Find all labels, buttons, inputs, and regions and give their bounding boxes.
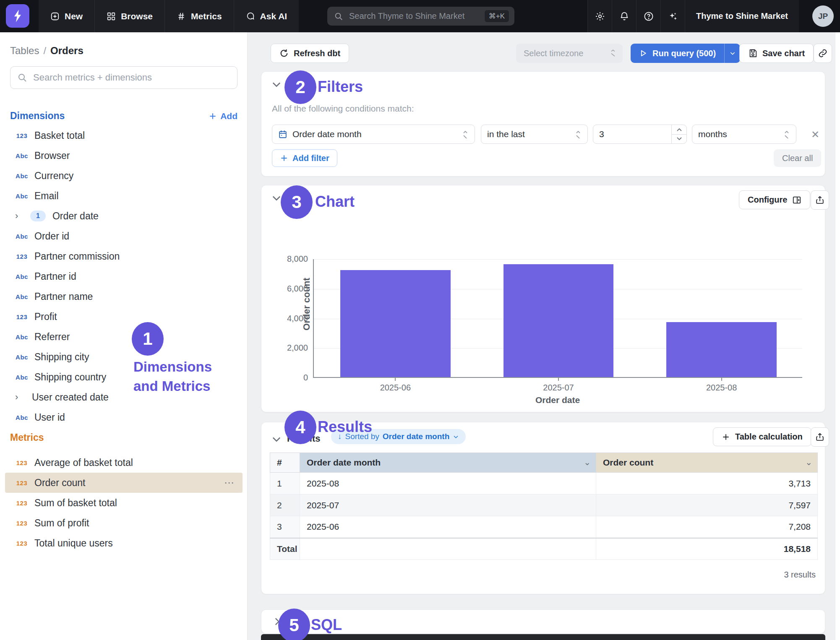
table-cell[interactable]: 3 <box>270 516 300 538</box>
dimension-item-partner-commission[interactable]: 123Partner commission <box>0 246 248 266</box>
refresh-dbt-button[interactable]: Refresh dbt <box>271 44 349 63</box>
results-card: Results ↓ Sorted by Order date month Tab… <box>261 422 825 594</box>
table-cell[interactable]: 2 <box>270 494 300 516</box>
expand-chevron-icon[interactable]: › <box>15 211 25 221</box>
remove-filter-button[interactable]: ✕ <box>811 129 819 140</box>
metric-item-average-of-basket-total[interactable]: 123Average of basket total <box>0 453 248 473</box>
number-type-icon: 123 <box>13 459 30 466</box>
nav-ask-ai-button[interactable]: Ask AI <box>234 0 299 32</box>
global-search-input[interactable]: Search Thyme to Shine Market ⌘+K <box>327 7 514 26</box>
metric-item-sum-of-profit[interactable]: 123Sum of profit <box>0 513 248 533</box>
nav-metrics-button[interactable]: Metrics <box>164 0 234 32</box>
bell-icon <box>619 11 629 21</box>
configure-button[interactable]: Configure <box>739 190 810 209</box>
sparkles-button[interactable] <box>660 0 685 32</box>
refresh-icon <box>279 49 289 58</box>
org-switcher[interactable]: Thyme to Shine Market <box>685 0 799 32</box>
table-row[interactable]: 22025-077,597 <box>270 494 818 516</box>
dimension-item-referrer[interactable]: AbcReferrer <box>0 327 248 347</box>
field-label: Total unique users <box>34 538 113 549</box>
table-cell[interactable]: 7,597 <box>596 494 818 516</box>
bar-2025-07[interactable] <box>503 264 613 377</box>
table-cell[interactable]: 1 <box>270 473 300 494</box>
nav-browse-button[interactable]: Browse <box>94 0 164 32</box>
sorted-by-field: Order date month <box>383 432 449 441</box>
table-cell[interactable]: 2025-08 <box>300 473 596 494</box>
string-type-icon: Abc <box>13 273 30 280</box>
share-link-button[interactable] <box>814 44 832 63</box>
dimension-item-user-id[interactable]: AbcUser id <box>0 407 248 427</box>
app-logo[interactable] <box>6 4 29 28</box>
timezone-select[interactable]: Select timezone <box>516 44 623 63</box>
play-icon <box>639 49 647 57</box>
add-filter-button[interactable]: Add filter <box>272 149 337 167</box>
search-icon <box>334 12 343 21</box>
expand-chevron-icon[interactable]: › <box>15 392 25 403</box>
table-cell[interactable]: 7,208 <box>596 516 818 538</box>
metric-column-header[interactable]: Order count⌄ <box>596 453 818 473</box>
save-chart-button[interactable]: Save chart <box>739 44 814 63</box>
bar-2025-08[interactable] <box>666 322 776 377</box>
dimension-item-order-id[interactable]: AbcOrder id <box>0 226 248 246</box>
dimension-item-profit[interactable]: 123Profit <box>0 307 248 327</box>
dimension-item-email[interactable]: AbcEmail <box>0 186 248 206</box>
add-dimension-button[interactable]: Add <box>209 111 237 121</box>
table-calculation-button[interactable]: Table calculation <box>713 427 811 446</box>
dimension-column-header[interactable]: Order date month⌄ <box>300 453 596 473</box>
timezone-placeholder: Select timezone <box>524 49 583 58</box>
run-query-button[interactable]: Run query (500) <box>631 44 740 63</box>
dimension-item-partner-name[interactable]: AbcPartner name <box>0 286 248 307</box>
stepper-down-icon[interactable] <box>672 135 686 144</box>
x-axis-tick-label: 2025-06 <box>353 383 437 393</box>
filter-operator-select[interactable]: in the last <box>481 125 588 144</box>
fields-search-input[interactable]: Search metrics + dimensions <box>10 66 237 89</box>
dimension-item-order-date[interactable]: ›1Order date <box>0 206 248 226</box>
run-query-dropdown[interactable] <box>724 44 740 63</box>
export-chart-button[interactable] <box>811 190 829 210</box>
metric-item-order-count[interactable]: 123Order count⋯ <box>5 473 243 493</box>
scrollbar-track[interactable] <box>835 32 840 640</box>
metric-item-sum-of-basket-total[interactable]: 123Sum of basket total <box>0 493 248 513</box>
settings-button[interactable] <box>587 0 612 32</box>
nav-new-label: New <box>65 11 83 21</box>
bar-chart-plot: 02,0004,0006,0008,0002025-062025-072025-… <box>313 259 802 378</box>
notifications-button[interactable] <box>612 0 636 32</box>
total-label-cell: Total <box>270 538 300 560</box>
table-cell[interactable]: 2025-07 <box>300 494 596 516</box>
chart-card: Configure Order count 02,0004,0006,0008,… <box>261 185 825 412</box>
breadcrumb-tables-link[interactable]: Tables <box>10 45 39 56</box>
table-row[interactable]: 12025-083,713 <box>270 473 818 494</box>
dimension-item-basket-total[interactable]: 123Basket total <box>0 125 248 146</box>
clear-all-button[interactable]: Clear all <box>774 149 821 167</box>
string-type-icon: Abc <box>13 333 30 341</box>
filter-operator-value: in the last <box>487 129 525 139</box>
filter-field-select[interactable]: Order date month <box>272 125 475 144</box>
app-window: New Browse Metrics Ask AI Search Thyme t… <box>0 0 840 640</box>
table-cell[interactable]: 3,713 <box>596 473 818 494</box>
export-results-button[interactable] <box>811 427 829 447</box>
dimension-item-partner-id[interactable]: AbcPartner id <box>0 266 248 286</box>
table-cell[interactable]: 2025-06 <box>300 516 596 538</box>
annotation-circle-3: 3 <box>281 185 313 219</box>
save-icon <box>748 49 757 58</box>
dimensions-header: Dimensions Add <box>10 110 237 122</box>
filters-collapse-chevron[interactable] <box>271 78 282 90</box>
field-options-icon[interactable]: ⋯ <box>224 477 241 489</box>
filter-unit-select[interactable]: months <box>692 125 796 144</box>
results-collapse-chevron[interactable] <box>271 433 282 445</box>
total-dim-cell <box>300 538 596 560</box>
filter-value-input[interactable]: 3 <box>593 125 687 144</box>
bar-2025-06[interactable] <box>340 270 450 377</box>
number-type-icon: 123 <box>13 253 30 260</box>
nav-new-button[interactable]: New <box>39 0 94 32</box>
dimension-item-currency[interactable]: AbcCurrency <box>0 166 248 186</box>
table-row[interactable]: 32025-067,208 <box>270 516 818 538</box>
metric-item-total-unique-users[interactable]: 123Total unique users <box>0 533 248 553</box>
stepper-up-icon[interactable] <box>672 125 686 135</box>
value-stepper[interactable] <box>671 125 686 143</box>
user-avatar[interactable]: JP <box>812 5 834 27</box>
help-button[interactable] <box>636 0 660 32</box>
dimension-item-browser[interactable]: AbcBrowser <box>0 146 248 166</box>
share-icon <box>815 195 824 205</box>
chat-star-icon <box>246 12 255 21</box>
